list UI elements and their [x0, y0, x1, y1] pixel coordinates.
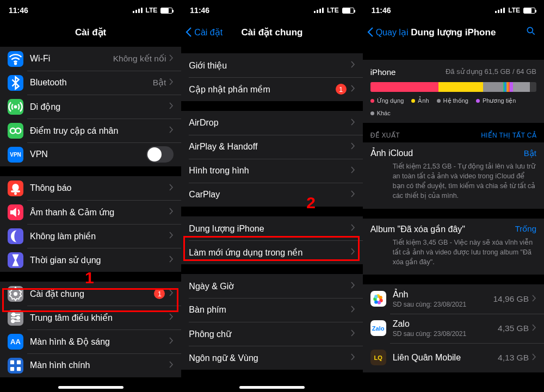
screen-storage: 11:46 LTE Quay lại Dung lượng iPhone iPh…	[363, 0, 544, 392]
row-dnd[interactable]: Không làm phiền	[0, 224, 181, 248]
svg-point-6	[14, 192, 17, 195]
chevron-right-icon	[169, 313, 174, 322]
show-all-link[interactable]: HIỂN THỊ TẤT CẢ	[481, 132, 536, 139]
page-title: Dung lượng iPhone	[411, 27, 496, 38]
row-sounds[interactable]: Âm thanh & Cảm ứng	[0, 200, 181, 224]
row-language[interactable]: Ngôn ngữ & Vùng	[181, 346, 362, 370]
row-cellular[interactable]: Di động	[0, 95, 181, 119]
row-keyboard[interactable]: Bàn phím	[181, 298, 362, 322]
chevron-right-icon	[169, 126, 174, 135]
nav-header: Cài đặt Cài đặt chung	[181, 21, 362, 43]
chevron-right-icon	[169, 337, 174, 346]
empty-link[interactable]: Trống	[515, 224, 536, 234]
chevron-right-icon	[169, 183, 174, 193]
app-row-lienquan[interactable]: LQ Liên Quân Mobile 4,13 GB	[363, 343, 544, 372]
signal-icon	[133, 8, 143, 13]
chevron-right-icon	[169, 289, 174, 298]
row-fonts[interactable]: Phông chữ	[181, 322, 362, 346]
chevron-right-icon	[169, 78, 174, 88]
svg-point-36	[374, 295, 378, 298]
row-homescreen[interactable]: Màn hình chính	[0, 353, 181, 377]
row-bg-refresh[interactable]: Làm mới ứng dụng trong nền	[181, 240, 362, 264]
home-indicator[interactable]	[58, 386, 123, 389]
photos-app-icon	[370, 291, 386, 307]
storage-legend: Ứng dụng Ảnh Hệ thống Phương tiện Khác	[363, 97, 544, 123]
lq-app-icon: LQ	[370, 350, 386, 365]
row-airdrop[interactable]: AirDrop	[181, 111, 362, 135]
row-bluetooth[interactable]: Bluetooth Bật	[0, 71, 181, 95]
svg-point-7	[14, 291, 17, 295]
chevron-right-icon	[351, 84, 355, 94]
back-button[interactable]: Cài đặt	[186, 27, 222, 38]
chevron-right-icon	[351, 223, 355, 233]
storage-bar	[370, 82, 536, 92]
vpn-toggle[interactable]	[146, 146, 174, 163]
recommendation-icloud-photos[interactable]: Ảnh iCloud Bật Tiết kiệm 21,53 GB - Tự đ…	[363, 142, 544, 209]
home-indicator[interactable]	[239, 386, 305, 389]
battery-icon	[160, 8, 172, 14]
row-hotspot[interactable]: Điểm truy cập cá nhân	[0, 119, 181, 142]
signal-icon	[314, 8, 324, 13]
gear-icon	[8, 286, 23, 302]
svg-rect-11	[10, 360, 14, 364]
page-title: Cài đặt chung	[242, 27, 303, 38]
row-screentime[interactable]: Thời gian sử dụng	[0, 248, 181, 272]
sound-icon	[8, 204, 23, 220]
chevron-right-icon	[169, 54, 174, 64]
row-pip[interactable]: Hình trong hình	[181, 159, 362, 183]
row-vpn[interactable]: VPN VPN	[0, 142, 181, 166]
chevron-right-icon	[532, 294, 536, 304]
nav-header: Quay lại Dung lượng iPhone	[363, 21, 544, 43]
chevron-right-icon	[351, 190, 355, 200]
network-label: LTE	[146, 7, 158, 14]
status-bar: 11:46 LTE	[0, 0, 181, 21]
row-control-center[interactable]: Trung tâm điều khiển	[0, 306, 181, 329]
row-airplay[interactable]: AirPlay & Handoff	[181, 135, 362, 159]
status-bar: 11:46 LTE	[363, 0, 544, 21]
recommendation-recently-deleted[interactable]: Album "Đã xóa gần đây" Trống Tiết kiệm 3…	[363, 219, 544, 275]
bluetooth-icon	[8, 75, 23, 91]
moon-icon	[8, 228, 23, 244]
enable-link[interactable]: Bật	[524, 148, 536, 158]
wifi-icon	[8, 51, 23, 67]
bell-icon	[8, 181, 23, 196]
chevron-right-icon	[169, 102, 174, 111]
row-general[interactable]: Cài đặt chung 1	[0, 282, 181, 306]
row-software-update[interactable]: Cập nhật phần mềm 1	[181, 77, 362, 101]
row-notifications[interactable]: Thông báo	[0, 176, 181, 200]
chevron-right-icon	[351, 166, 355, 176]
svg-point-10	[11, 320, 14, 322]
svg-point-33	[378, 301, 381, 304]
row-carplay[interactable]: CarPlay	[181, 183, 362, 207]
svg-rect-13	[10, 366, 14, 370]
svg-point-15	[527, 27, 533, 33]
update-badge: 1	[336, 84, 347, 95]
row-wifi[interactable]: Wi-Fi Không kết nối	[0, 47, 181, 71]
page-title: Cài đặt	[75, 27, 106, 38]
grid-icon	[8, 358, 23, 374]
chevron-right-icon	[351, 305, 355, 315]
svg-point-34	[374, 300, 378, 303]
row-iphone-storage[interactable]: Dung lượng iPhone	[181, 216, 362, 240]
app-row-photos[interactable]: Ảnh SD sau cùng: 23/08/2021 14,96 GB	[363, 284, 544, 314]
app-row-zalo[interactable]: Zalo Zalo SD sau cùng: 23/08/2021 4,35 G…	[363, 314, 544, 343]
battery-icon	[342, 8, 354, 14]
svg-point-31	[379, 296, 382, 299]
update-badge: 1	[154, 288, 165, 299]
svg-point-8	[12, 313, 15, 316]
svg-point-9	[17, 316, 20, 319]
hourglass-icon	[8, 252, 23, 268]
zalo-app-icon: Zalo	[370, 320, 386, 336]
nav-header: Cài đặt	[0, 21, 181, 43]
row-date-time[interactable]: Ngày & Giờ	[181, 274, 362, 298]
svg-rect-4	[12, 184, 18, 191]
back-button[interactable]: Quay lại	[367, 27, 409, 38]
chevron-right-icon	[169, 207, 174, 217]
row-about[interactable]: Giới thiệu	[181, 53, 362, 77]
screen-settings: 11:46 LTE Cài đặt Wi-Fi Không kết nối Bl…	[0, 0, 181, 392]
row-display[interactable]: AA Màn hình & Độ sáng	[0, 329, 181, 353]
chevron-right-icon	[351, 281, 355, 291]
display-icon: AA	[8, 334, 23, 350]
search-button[interactable]	[526, 26, 536, 39]
chevron-right-icon	[169, 360, 174, 370]
